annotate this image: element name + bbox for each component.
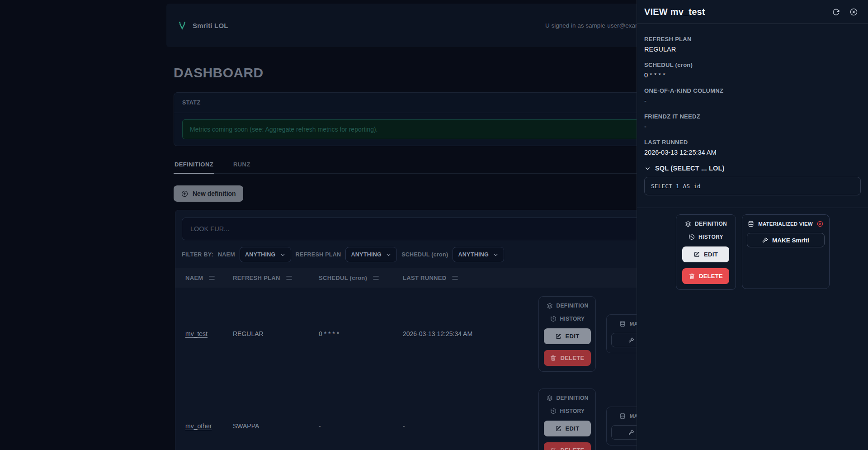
view-drawer: VIEW mv_test REFRESH PLAN REGULAR SCHEDU… — [637, 0, 868, 450]
history-button[interactable]: HISTORY — [550, 315, 585, 322]
column-header-schedule: SCHEDUL (cron) — [319, 274, 403, 282]
filter-naem-select[interactable]: ANYTHING — [240, 247, 291, 262]
drawer-field: FRIENDZ IT NEEDZ - — [644, 113, 861, 130]
column-header-last-runned: LAST RUNNED — [403, 274, 538, 282]
history-button[interactable]: HISTORY — [550, 407, 585, 415]
chevron-down-icon — [280, 252, 286, 258]
row-actions-card: DEFINITION HISTORY EDIT DELETE — [538, 296, 596, 372]
brand: Smriti LOL — [177, 20, 228, 31]
column-menu-icon[interactable] — [208, 274, 216, 282]
filter-naem-value: ANYTHING — [245, 251, 276, 258]
new-definition-label: New definition — [193, 190, 236, 197]
drawer-header: VIEW mv_test — [637, 0, 868, 24]
column-header-refresh-plan: REFRESH PLAN — [233, 274, 319, 282]
row-last-runned: - — [403, 422, 538, 430]
column-menu-icon[interactable] — [372, 274, 380, 282]
new-definition-button[interactable]: New definition — [174, 185, 243, 202]
filter-naem-label: NAEM — [218, 251, 235, 258]
drawer-title: VIEW mv_test — [644, 7, 705, 17]
row-refresh-plan: REGULAR — [233, 330, 319, 337]
refresh-button[interactable] — [832, 8, 840, 16]
circle-plus-icon — [181, 190, 189, 198]
edit-button[interactable]: EDIT — [682, 246, 729, 262]
delete-button[interactable]: DELETE — [682, 268, 729, 284]
trash-icon — [689, 273, 695, 279]
history-icon — [550, 407, 557, 415]
trash-icon — [550, 355, 557, 361]
tab-runz[interactable]: RUNZ — [232, 157, 251, 173]
make-materialized-view-button[interactable]: MAKE Smriti — [747, 233, 825, 247]
row-last-runned: 2026-03-13 12:25:34 AM — [403, 330, 538, 337]
chevron-down-icon — [493, 252, 499, 258]
delete-button[interactable]: DELETE — [544, 442, 591, 450]
filter-schedule-label: SCHEDUL (cron) — [401, 251, 448, 258]
circle-x-icon — [816, 220, 824, 227]
filter-schedule-select[interactable]: ANYTHING — [453, 247, 504, 262]
drawer-field: LAST RUNNED 2026-03-13 12:25:34 AM — [644, 139, 861, 156]
sql-section-toggle[interactable]: SQL (SELECT ... LOL) — [644, 165, 725, 172]
drawer-materialized-card: MATERIALIZED VIEW MAKE Smriti — [742, 214, 830, 289]
edit-icon — [555, 333, 562, 340]
row-schedule: 0 * * * * — [319, 330, 403, 337]
sql-code-block: SELECT 1 AS id — [644, 177, 861, 195]
definition-button[interactable]: DEFINITION — [546, 302, 589, 309]
hammer-icon — [628, 429, 635, 436]
column-header-naem: NAEM — [185, 274, 233, 282]
column-menu-icon[interactable] — [451, 274, 459, 282]
circle-close-icon — [849, 8, 858, 16]
row-schedule: - — [319, 422, 403, 430]
hammer-icon — [762, 237, 769, 244]
brand-name: Smriti LOL — [193, 22, 228, 29]
row-refresh-plan: SWAPPA — [233, 422, 319, 430]
row-actions-card: DEFINITION HISTORY EDIT DELETE — [538, 388, 596, 450]
history-icon — [688, 233, 695, 241]
logo-v-icon — [177, 20, 187, 31]
edit-button[interactable]: EDIT — [544, 421, 591, 436]
close-icon-button[interactable] — [849, 8, 858, 16]
database-icon — [619, 412, 626, 420]
chevron-down-icon — [386, 252, 392, 258]
column-menu-icon[interactable] — [285, 274, 293, 282]
layers-icon — [546, 394, 553, 402]
hammer-icon — [628, 337, 635, 344]
drawer-actions-card: DEFINITION HISTORY EDIT DELETE — [676, 214, 736, 290]
filter-schedule-value: ANYTHING — [458, 251, 489, 258]
drawer-field: ONE-OF-A-KIND COLUMNZ - — [644, 87, 861, 104]
edit-icon — [693, 251, 700, 258]
database-icon — [619, 320, 626, 327]
filter-refresh-plan-label: REFRESH PLAN — [296, 251, 341, 258]
history-icon — [550, 315, 557, 322]
drawer-field: REFRESH PLAN REGULAR — [644, 36, 861, 53]
layers-icon — [684, 220, 692, 227]
refresh-icon — [832, 8, 840, 16]
database-icon — [747, 220, 755, 227]
trash-icon — [550, 447, 557, 450]
drawer-divider — [637, 208, 868, 208]
chevron-down-icon — [644, 165, 651, 172]
definition-button[interactable]: DEFINITION — [684, 220, 727, 227]
edit-button[interactable]: EDIT — [544, 328, 591, 344]
filter-by-label: FILTER BY: — [182, 251, 213, 258]
drawer-field: SCHEDUL (cron) 0 * * * * — [644, 62, 861, 79]
row-name-link[interactable]: mv_other — [185, 422, 212, 430]
row-name-link[interactable]: mv_test — [185, 330, 208, 337]
filter-refresh-plan-select[interactable]: ANYTHING — [345, 247, 397, 262]
edit-icon — [555, 425, 562, 432]
tab-definitionz[interactable]: DEFINITIONZ — [174, 157, 214, 174]
delete-button[interactable]: DELETE — [544, 350, 591, 366]
filter-refresh-plan-value: ANYTHING — [351, 251, 382, 258]
definition-button[interactable]: DEFINITION — [546, 394, 589, 402]
layers-icon — [546, 302, 553, 309]
history-button[interactable]: HISTORY — [688, 233, 723, 241]
